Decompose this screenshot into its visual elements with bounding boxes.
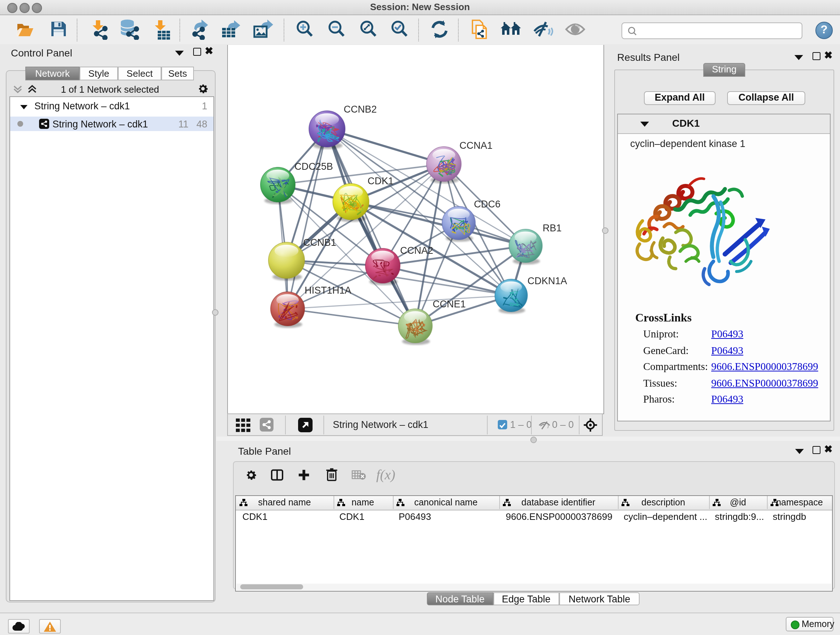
svg-text:CDK1: CDK1: [368, 175, 393, 186]
svg-text:CCNA2: CCNA2: [400, 245, 433, 256]
svg-text:CCNB1: CCNB1: [303, 237, 336, 248]
svg-text:RB1: RB1: [543, 222, 562, 233]
svg-text:CCNA1: CCNA1: [459, 140, 493, 150]
svg-text:CDC6: CDC6: [474, 198, 501, 209]
svg-text:CDC25B: CDC25B: [294, 161, 333, 172]
svg-text:CCNB2: CCNB2: [344, 103, 377, 114]
svg-text:HIST1H1A: HIST1H1A: [305, 285, 351, 295]
svg-text:CCNE1: CCNE1: [433, 298, 466, 309]
svg-text:CDKN1A: CDKN1A: [527, 275, 567, 286]
